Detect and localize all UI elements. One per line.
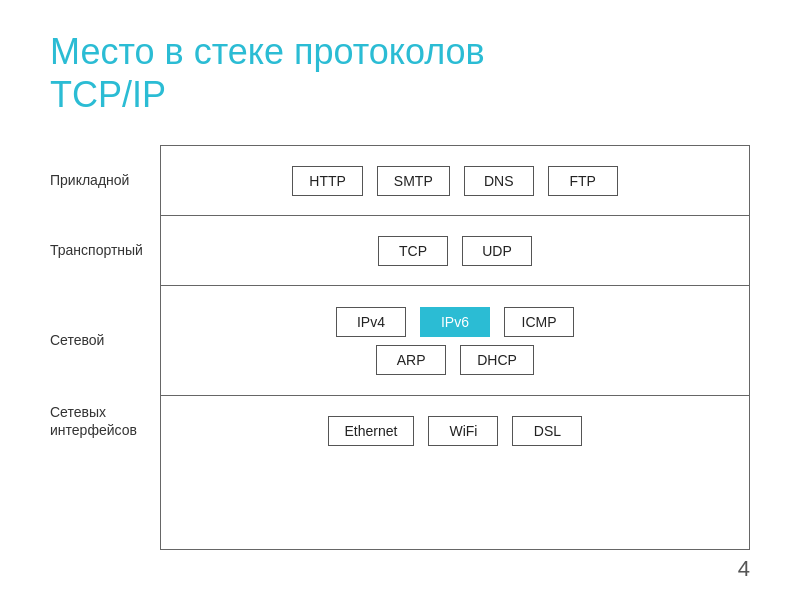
page-title: Место в стеке протоколов TCP/IP bbox=[50, 30, 485, 116]
proto-wifi: WiFi bbox=[428, 416, 498, 446]
proto-ftp: FTP bbox=[548, 166, 618, 196]
proto-ipv4: IPv4 bbox=[336, 307, 406, 337]
label-transport: Транспортный bbox=[50, 215, 160, 285]
layer-labels: Прикладной Транспортный Сетевой Сетевых … bbox=[50, 145, 160, 550]
diagram: Прикладной Транспортный Сетевой Сетевых … bbox=[50, 145, 750, 550]
proto-dhcp: DHCP bbox=[460, 345, 534, 375]
network-top-row: IPv4 IPv6 ICMP bbox=[177, 307, 733, 337]
proto-arp: ARP bbox=[376, 345, 446, 375]
proto-udp: UDP bbox=[462, 236, 532, 266]
protocol-stack: HTTP SMTP DNS FTP TCP UDP IPv4 IPv6 ICMP… bbox=[160, 145, 750, 550]
network-bottom-row: ARP DHCP bbox=[177, 345, 733, 375]
layer-transport: TCP UDP bbox=[161, 216, 749, 286]
proto-dsl: DSL bbox=[512, 416, 582, 446]
proto-http: HTTP bbox=[292, 166, 363, 196]
proto-ethernet: Ethernet bbox=[328, 416, 415, 446]
layer-interface: Ethernet WiFi DSL bbox=[161, 396, 749, 466]
proto-icmp: ICMP bbox=[504, 307, 574, 337]
proto-ipv6: IPv6 bbox=[420, 307, 490, 337]
proto-dns: DNS bbox=[464, 166, 534, 196]
label-network: Сетевой bbox=[50, 285, 160, 395]
layer-network: IPv4 IPv6 ICMP ARP DHCP bbox=[161, 286, 749, 396]
page-number: 4 bbox=[738, 556, 750, 582]
proto-tcp: TCP bbox=[378, 236, 448, 266]
layer-application: HTTP SMTP DNS FTP bbox=[161, 146, 749, 216]
proto-smtp: SMTP bbox=[377, 166, 450, 196]
label-iface: Сетевых интерфейсов bbox=[50, 395, 160, 465]
label-app: Прикладной bbox=[50, 145, 160, 215]
